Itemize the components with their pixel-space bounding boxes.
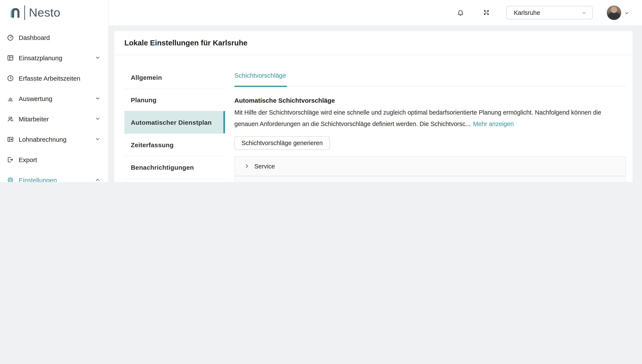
settings-nav-allgemein[interactable]: Allgemein xyxy=(124,66,225,89)
gear-icon xyxy=(7,176,14,182)
tab-row: Schichtvorschläge xyxy=(234,66,626,86)
description-text: Mit Hilfe der Schichtvorschläge wird ein… xyxy=(234,109,601,127)
settings-nav-planung[interactable]: Planung xyxy=(124,89,225,111)
user-menu-chevron-icon[interactable] xyxy=(624,10,630,16)
settings-nav-zeiterfassung[interactable]: Zeiterfassung xyxy=(124,134,225,156)
sidebar-menu: Dashboard Einsatzplanung Erfasste Arbeit… xyxy=(0,27,108,182)
topbar: Karlsruhe xyxy=(109,0,642,26)
people-icon xyxy=(7,115,14,122)
chevron-up-icon xyxy=(95,177,101,182)
settings-nav-my-nesto-app[interactable]: My Nesto App (Mitarbeiter-App) xyxy=(124,178,225,182)
settings-nav-label: Planung xyxy=(131,96,156,103)
nesto-logo-mark-icon xyxy=(9,6,21,19)
brand-name: Nesto xyxy=(29,6,60,20)
settings-content: Schichtvorschläge Automatische Schichtvo… xyxy=(234,66,626,182)
payroll-card-icon xyxy=(7,136,14,143)
sidebar-item-mitarbeiter[interactable]: Mitarbeiter xyxy=(0,108,108,129)
dashboard-gauge-icon xyxy=(7,34,14,41)
settings-nav-label: Automatischer Dienstplan xyxy=(131,118,212,126)
sidebar-item-lohnabrechnung[interactable]: Lohnabrechnung xyxy=(0,129,108,149)
bar-chart-icon xyxy=(7,95,14,102)
card-title-row: Lokale Einstellungen für Karlsruhe xyxy=(114,31,633,55)
notifications-bell-icon[interactable] xyxy=(457,9,464,17)
generate-suggestions-button[interactable]: Schichtvorschläge generieren xyxy=(234,136,330,150)
accordion-row-service[interactable]: Service xyxy=(234,156,626,176)
settings-nav-label: Allgemein xyxy=(131,74,162,81)
settings-nav-label: Benachrichtigungen xyxy=(131,164,194,171)
sidebar-item-label: Einsatzplanung xyxy=(19,54,90,61)
sidebar-item-label: Erfasste Arbeitszeiten xyxy=(19,74,101,82)
sidebar-item-label: Lohnabrechnung xyxy=(19,136,90,143)
shift-groups-accordion: Service Bar Counter Hostess xyxy=(234,156,626,182)
sidebar: Nesto Dashboard Einsatzplanung Erfasste … xyxy=(0,0,109,182)
chevron-down-icon xyxy=(581,10,587,16)
page-title: Lokale Einstellungen für Karlsruhe xyxy=(124,38,247,47)
user-avatar[interactable] xyxy=(607,6,621,20)
section-description: Mit Hilfe der Schichtvorschläge wird ein… xyxy=(234,107,626,130)
tab-schichtvorschlaege[interactable]: Schichtvorschläge xyxy=(234,66,287,86)
sidebar-item-einstellungen[interactable]: Einstellungen xyxy=(0,170,108,182)
sidebar-item-label: Mitarbeiter xyxy=(19,115,90,122)
section-heading: Automatische Schichtvorschläge xyxy=(234,97,626,104)
sidebar-item-export[interactable]: Export xyxy=(0,149,108,170)
settings-nav-benachrichtigungen[interactable]: Benachrichtigungen xyxy=(124,156,225,178)
location-select[interactable]: Karlsruhe xyxy=(506,6,593,20)
chevron-down-icon xyxy=(95,96,101,102)
card-body: Allgemein Planung Automatischer Dienstpl… xyxy=(114,55,633,182)
chevron-right-icon xyxy=(244,163,250,169)
settings-nav-label: Zeiterfassung xyxy=(131,141,174,148)
settings-nav: Allgemein Planung Automatischer Dienstpl… xyxy=(124,66,225,182)
sidebar-item-einsatzplanung[interactable]: Einsatzplanung xyxy=(0,48,108,68)
sidebar-item-dashboard[interactable]: Dashboard xyxy=(0,27,108,48)
app-viewport: Nesto Dashboard Einsatzplanung Erfasste … xyxy=(0,0,642,182)
planning-grid-icon xyxy=(7,54,14,61)
logo-divider xyxy=(24,6,25,20)
chevron-down-icon xyxy=(95,136,101,142)
settings-card: Lokale Einstellungen für Karlsruhe Allge… xyxy=(114,31,633,182)
export-icon xyxy=(7,156,14,163)
sidebar-item-label: Dashboard xyxy=(19,34,101,41)
sidebar-item-label: Auswertung xyxy=(19,95,90,102)
fullscreen-icon[interactable] xyxy=(483,9,490,16)
show-more-link[interactable]: Mehr anzeigen xyxy=(473,120,514,127)
chevron-down-icon xyxy=(95,55,101,61)
settings-nav-automatischer-dienstplan[interactable]: Automatischer Dienstplan xyxy=(124,111,225,134)
chevron-down-icon xyxy=(95,116,101,122)
sidebar-item-erfasste-arbeitszeiten[interactable]: Erfasste Arbeitszeiten xyxy=(0,68,108,88)
sidebar-item-label: Einstellungen xyxy=(19,176,90,182)
sidebar-item-label: Export xyxy=(19,156,101,163)
sidebar-item-auswertung[interactable]: Auswertung xyxy=(0,88,108,108)
location-select-value: Karlsruhe xyxy=(514,9,540,16)
clock-icon xyxy=(7,74,14,82)
accordion-label: Service xyxy=(254,163,275,170)
accordion-row-bar[interactable]: Bar xyxy=(234,176,626,182)
brand-logo[interactable]: Nesto xyxy=(0,0,108,26)
